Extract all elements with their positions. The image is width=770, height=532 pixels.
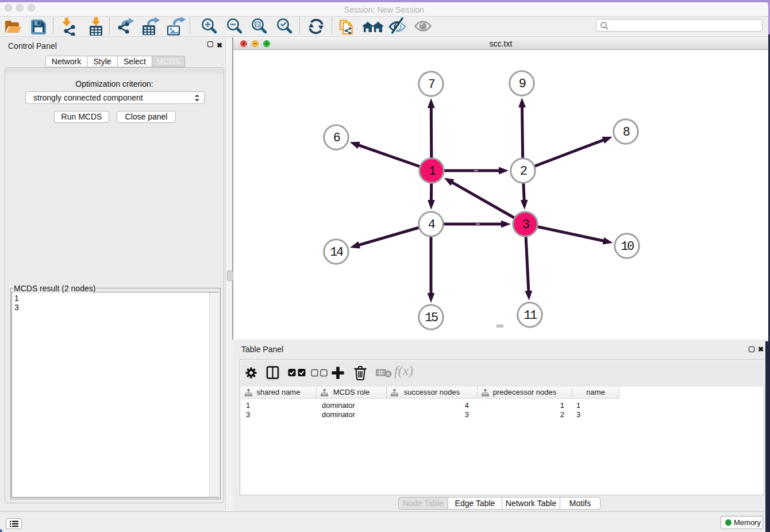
- svg-text:8: 8: [623, 125, 630, 140]
- svg-text:2: 2: [520, 164, 527, 179]
- svg-text:11: 11: [523, 309, 537, 323]
- svg-text:6: 6: [333, 131, 340, 145]
- svg-text:10: 10: [621, 240, 634, 254]
- svg-text:14: 14: [330, 245, 344, 260]
- svg-text:7: 7: [428, 78, 435, 92]
- svg-text:9: 9: [519, 77, 526, 91]
- svg-text:3: 3: [522, 218, 529, 232]
- svg-text:15: 15: [425, 311, 438, 325]
